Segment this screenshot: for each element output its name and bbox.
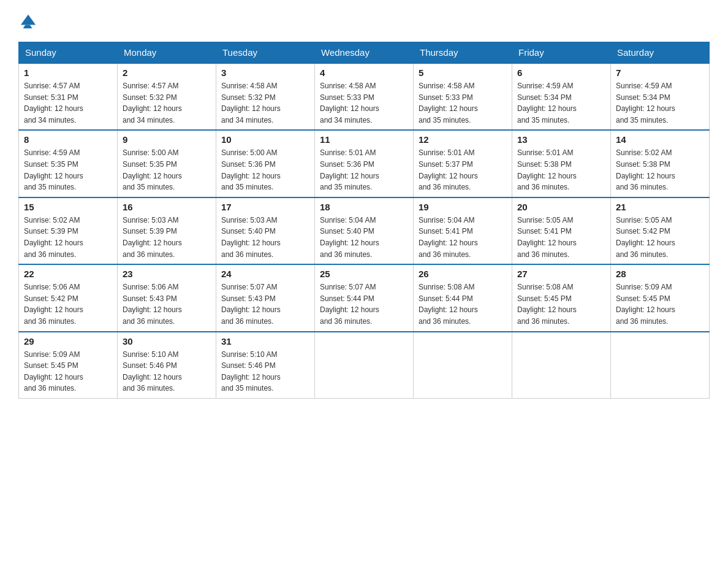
calendar-cell: 1Sunrise: 4:57 AMSunset: 5:31 PMDaylight… (19, 63, 118, 130)
day-number: 27 (517, 269, 605, 279)
day-number: 19 (419, 202, 507, 212)
calendar-cell: 11Sunrise: 5:01 AMSunset: 5:36 PMDayligh… (315, 130, 414, 197)
day-info: Sunrise: 5:09 AMSunset: 5:45 PMDaylight:… (24, 349, 112, 394)
day-info: Sunrise: 5:05 AMSunset: 5:42 PMDaylight:… (616, 215, 704, 260)
header-saturday: Saturday (611, 42, 710, 64)
day-number: 4 (320, 67, 408, 78)
calendar-cell: 25Sunrise: 5:07 AMSunset: 5:44 PMDayligh… (315, 264, 414, 331)
day-number: 2 (123, 67, 211, 78)
day-number: 14 (616, 134, 704, 145)
day-info: Sunrise: 5:01 AMSunset: 5:36 PMDaylight:… (320, 147, 408, 193)
day-info: Sunrise: 4:59 AMSunset: 5:35 PMDaylight:… (24, 147, 112, 193)
calendar-cell: 6Sunrise: 4:59 AMSunset: 5:34 PMDaylight… (512, 63, 611, 130)
calendar-cell: 29Sunrise: 5:09 AMSunset: 5:45 PMDayligh… (19, 332, 118, 399)
day-info: Sunrise: 4:58 AMSunset: 5:33 PMDaylight:… (419, 80, 507, 126)
header-thursday: Thursday (414, 42, 512, 64)
svg-marker-0 (21, 15, 36, 25)
calendar-cell (414, 332, 512, 399)
calendar-cell: 30Sunrise: 5:10 AMSunset: 5:46 PMDayligh… (118, 332, 216, 399)
day-number: 29 (24, 336, 112, 347)
calendar-cell: 8Sunrise: 4:59 AMSunset: 5:35 PMDaylight… (19, 130, 118, 197)
calendar-cell: 7Sunrise: 4:59 AMSunset: 5:34 PMDaylight… (611, 63, 710, 130)
day-number: 12 (419, 134, 507, 145)
calendar-cell: 14Sunrise: 5:02 AMSunset: 5:38 PMDayligh… (611, 130, 710, 197)
calendar-cell: 27Sunrise: 5:08 AMSunset: 5:45 PMDayligh… (512, 264, 611, 331)
day-number: 18 (320, 202, 408, 212)
svg-marker-1 (23, 25, 32, 29)
day-info: Sunrise: 5:01 AMSunset: 5:38 PMDaylight:… (517, 147, 605, 193)
day-info: Sunrise: 4:58 AMSunset: 5:32 PMDaylight:… (221, 80, 309, 126)
calendar-cell (315, 332, 414, 399)
calendar-week-row: 1Sunrise: 4:57 AMSunset: 5:31 PMDaylight… (19, 63, 710, 130)
day-number: 30 (123, 336, 211, 347)
header-friday: Friday (512, 42, 611, 64)
logo-icon (20, 12, 37, 29)
calendar-cell: 18Sunrise: 5:04 AMSunset: 5:40 PMDayligh… (315, 197, 414, 264)
calendar-cell: 12Sunrise: 5:01 AMSunset: 5:37 PMDayligh… (414, 130, 512, 197)
calendar-cell: 5Sunrise: 4:58 AMSunset: 5:33 PMDaylight… (414, 63, 512, 130)
calendar-cell: 3Sunrise: 4:58 AMSunset: 5:32 PMDaylight… (216, 63, 315, 130)
calendar-cell: 9Sunrise: 5:00 AMSunset: 5:35 PMDaylight… (118, 130, 216, 197)
day-number: 24 (221, 269, 309, 279)
day-info: Sunrise: 4:57 AMSunset: 5:32 PMDaylight:… (123, 80, 211, 126)
day-info: Sunrise: 5:06 AMSunset: 5:43 PMDaylight:… (123, 282, 211, 327)
day-info: Sunrise: 5:01 AMSunset: 5:37 PMDaylight:… (419, 147, 507, 193)
day-number: 5 (419, 67, 507, 78)
day-info: Sunrise: 5:07 AMSunset: 5:44 PMDaylight:… (320, 282, 408, 327)
day-number: 3 (221, 67, 309, 78)
day-number: 21 (616, 202, 704, 212)
calendar-cell: 26Sunrise: 5:08 AMSunset: 5:44 PMDayligh… (414, 264, 512, 331)
page-header (18, 12, 710, 29)
day-number: 20 (517, 202, 605, 212)
day-number: 11 (320, 134, 408, 145)
calendar-cell (512, 332, 611, 399)
day-info: Sunrise: 5:04 AMSunset: 5:41 PMDaylight:… (419, 215, 507, 260)
day-number: 26 (419, 269, 507, 279)
day-info: Sunrise: 5:07 AMSunset: 5:43 PMDaylight:… (221, 282, 309, 327)
day-number: 8 (24, 134, 112, 145)
calendar-cell: 28Sunrise: 5:09 AMSunset: 5:45 PMDayligh… (611, 264, 710, 331)
day-info: Sunrise: 4:57 AMSunset: 5:31 PMDaylight:… (24, 80, 112, 126)
header-sunday: Sunday (19, 42, 118, 64)
calendar-week-row: 15Sunrise: 5:02 AMSunset: 5:39 PMDayligh… (19, 197, 710, 264)
day-number: 9 (123, 134, 211, 145)
calendar-cell: 10Sunrise: 5:00 AMSunset: 5:36 PMDayligh… (216, 130, 315, 197)
calendar-cell: 23Sunrise: 5:06 AMSunset: 5:43 PMDayligh… (118, 264, 216, 331)
day-info: Sunrise: 4:58 AMSunset: 5:33 PMDaylight:… (320, 80, 408, 126)
calendar-cell: 2Sunrise: 4:57 AMSunset: 5:32 PMDaylight… (118, 63, 216, 130)
day-number: 17 (221, 202, 309, 212)
day-number: 7 (616, 67, 704, 78)
day-number: 10 (221, 134, 309, 145)
day-number: 13 (517, 134, 605, 145)
calendar-cell: 19Sunrise: 5:04 AMSunset: 5:41 PMDayligh… (414, 197, 512, 264)
calendar-cell (611, 332, 710, 399)
day-info: Sunrise: 5:08 AMSunset: 5:45 PMDaylight:… (517, 282, 605, 327)
day-number: 1 (24, 67, 112, 78)
day-info: Sunrise: 5:02 AMSunset: 5:38 PMDaylight:… (616, 147, 704, 193)
header-wednesday: Wednesday (315, 42, 414, 64)
day-info: Sunrise: 5:00 AMSunset: 5:35 PMDaylight:… (123, 147, 211, 193)
calendar-cell: 17Sunrise: 5:03 AMSunset: 5:40 PMDayligh… (216, 197, 315, 264)
calendar-cell: 13Sunrise: 5:01 AMSunset: 5:38 PMDayligh… (512, 130, 611, 197)
calendar-cell: 21Sunrise: 5:05 AMSunset: 5:42 PMDayligh… (611, 197, 710, 264)
day-number: 23 (123, 269, 211, 279)
calendar-cell: 24Sunrise: 5:07 AMSunset: 5:43 PMDayligh… (216, 264, 315, 331)
calendar-header-row: SundayMondayTuesdayWednesdayThursdayFrid… (19, 42, 710, 64)
day-info: Sunrise: 4:59 AMSunset: 5:34 PMDaylight:… (517, 80, 605, 126)
calendar-cell: 31Sunrise: 5:10 AMSunset: 5:46 PMDayligh… (216, 332, 315, 399)
day-info: Sunrise: 5:03 AMSunset: 5:40 PMDaylight:… (221, 215, 309, 260)
calendar-cell: 15Sunrise: 5:02 AMSunset: 5:39 PMDayligh… (19, 197, 118, 264)
logo (18, 12, 39, 29)
day-number: 15 (24, 202, 112, 212)
day-info: Sunrise: 5:00 AMSunset: 5:36 PMDaylight:… (221, 147, 309, 193)
day-number: 6 (517, 67, 605, 78)
day-info: Sunrise: 5:03 AMSunset: 5:39 PMDaylight:… (123, 215, 211, 260)
day-number: 31 (221, 336, 309, 347)
calendar-cell: 4Sunrise: 4:58 AMSunset: 5:33 PMDaylight… (315, 63, 414, 130)
day-info: Sunrise: 5:02 AMSunset: 5:39 PMDaylight:… (24, 215, 112, 260)
day-number: 25 (320, 269, 408, 279)
day-info: Sunrise: 5:04 AMSunset: 5:40 PMDaylight:… (320, 215, 408, 260)
day-info: Sunrise: 5:05 AMSunset: 5:41 PMDaylight:… (517, 215, 605, 260)
day-info: Sunrise: 5:09 AMSunset: 5:45 PMDaylight:… (616, 282, 704, 327)
day-number: 16 (123, 202, 211, 212)
